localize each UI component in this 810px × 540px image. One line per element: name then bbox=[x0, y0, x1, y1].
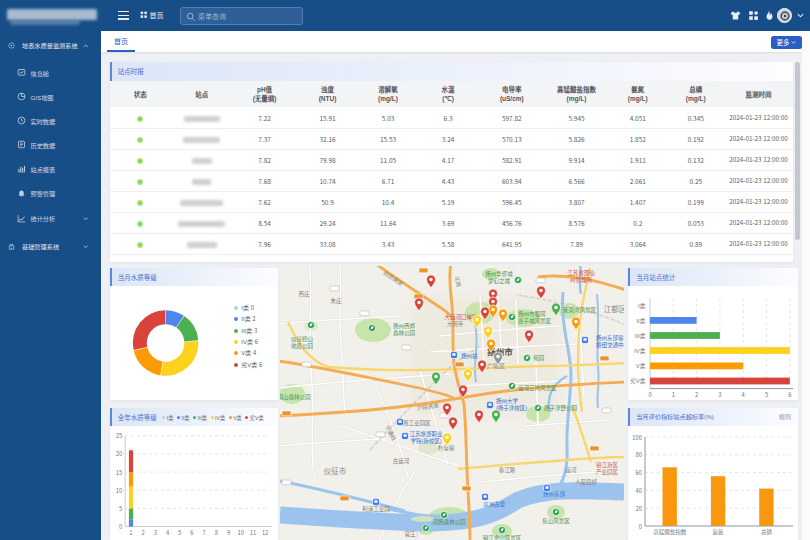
svg-text:0: 0 bbox=[649, 390, 652, 399]
svg-text:森林公园: 森林公园 bbox=[393, 329, 416, 337]
svg-text:氨氮: 氨氮 bbox=[713, 528, 725, 536]
svg-text:25: 25 bbox=[116, 431, 122, 440]
svg-text:古运河: 古运河 bbox=[393, 457, 410, 465]
svg-text:4: 4 bbox=[166, 528, 170, 537]
svg-text:9: 9 bbox=[227, 528, 230, 537]
svg-text:高锰酸盐指数: 高锰酸盐指数 bbox=[653, 528, 687, 536]
svg-text:州管理所: 州管理所 bbox=[570, 276, 593, 284]
svg-text:梦幻之城: 梦幻之城 bbox=[488, 277, 511, 285]
svg-text:20: 20 bbox=[116, 449, 122, 458]
svg-text:6: 6 bbox=[788, 390, 791, 399]
svg-text:60: 60 bbox=[636, 468, 642, 477]
svg-text:人民四桥: 人民四桥 bbox=[575, 478, 598, 486]
svg-text:100: 100 bbox=[633, 433, 643, 442]
svg-text:运河: 运河 bbox=[565, 466, 577, 474]
svg-text:IV类: IV类 bbox=[634, 346, 645, 355]
svg-text:茱萸湾风景区: 茱萸湾风景区 bbox=[563, 306, 597, 314]
svg-text:春江路: 春江路 bbox=[499, 466, 516, 474]
svg-text:0: 0 bbox=[119, 522, 122, 531]
svg-text:8: 8 bbox=[214, 528, 217, 537]
svg-text:7: 7 bbox=[202, 528, 205, 537]
svg-text:10: 10 bbox=[116, 486, 122, 495]
svg-text:枢纽交通中心: 枢纽交通中心 bbox=[596, 341, 624, 349]
svg-text:5: 5 bbox=[765, 390, 768, 399]
svg-text:80: 80 bbox=[636, 450, 642, 459]
svg-text:2: 2 bbox=[695, 390, 698, 399]
svg-text:仪征市: 仪征市 bbox=[324, 465, 347, 476]
svg-text:11: 11 bbox=[249, 528, 255, 537]
svg-text:10: 10 bbox=[237, 528, 243, 537]
svg-text:何园: 何园 bbox=[533, 354, 545, 362]
svg-text:大明寺: 大明寺 bbox=[447, 320, 464, 328]
svg-text:1: 1 bbox=[672, 390, 675, 399]
svg-text:江都区: 江都区 bbox=[604, 303, 624, 314]
svg-text:4: 4 bbox=[742, 390, 746, 399]
svg-text:铜山森林公园: 铜山森林公园 bbox=[280, 393, 311, 401]
svg-text:V类: V类 bbox=[636, 361, 646, 370]
svg-text:15: 15 bbox=[116, 468, 122, 477]
svg-text:(扬子津校区): (扬子津校区) bbox=[496, 404, 527, 412]
svg-text:5: 5 bbox=[178, 528, 181, 537]
svg-text:官庄: 官庄 bbox=[404, 530, 416, 538]
svg-text:镇江金山风景区: 镇江金山风景区 bbox=[483, 534, 522, 540]
svg-text:地质公园: 地质公园 bbox=[291, 342, 314, 350]
svg-text:焦山风景区: 焦山风景区 bbox=[542, 517, 570, 525]
svg-text:1: 1 bbox=[129, 528, 132, 537]
svg-text:扬州站: 扬州站 bbox=[461, 352, 478, 360]
svg-text:20: 20 bbox=[636, 504, 642, 513]
svg-text:III类: III类 bbox=[635, 331, 646, 340]
svg-text:40: 40 bbox=[636, 486, 642, 495]
svg-text:3: 3 bbox=[153, 528, 156, 537]
svg-text:I类: I类 bbox=[638, 301, 646, 310]
svg-text:3: 3 bbox=[718, 390, 721, 399]
svg-text:润扬森林公园: 润扬森林公园 bbox=[432, 518, 466, 526]
svg-text:扬子津野公园: 扬子津野公园 bbox=[544, 404, 578, 412]
svg-text:总磷: 总磷 bbox=[761, 528, 773, 536]
svg-text:0: 0 bbox=[639, 522, 642, 531]
svg-text:瓜洲古渡: 瓜洲古渡 bbox=[483, 500, 506, 508]
svg-text:2: 2 bbox=[141, 528, 144, 537]
svg-text:利浦工业园: 利浦工业园 bbox=[362, 505, 390, 513]
svg-text:5: 5 bbox=[119, 504, 122, 513]
svg-text:西庄: 西庄 bbox=[298, 290, 310, 298]
svg-text:劣V类: 劣V类 bbox=[630, 376, 646, 385]
svg-text:产业园区: 产业园区 bbox=[596, 468, 619, 476]
svg-text:唐子城风景区: 唐子城风景区 bbox=[518, 317, 552, 325]
svg-text:II类: II类 bbox=[637, 316, 646, 325]
svg-text:朱庄: 朱庄 bbox=[330, 297, 342, 305]
svg-text:6: 6 bbox=[190, 528, 193, 537]
svg-text:运河三湾风景区: 运河三湾风景区 bbox=[518, 384, 557, 392]
svg-text:12: 12 bbox=[262, 528, 268, 537]
